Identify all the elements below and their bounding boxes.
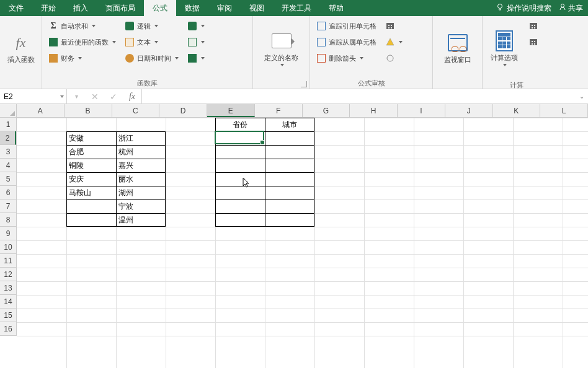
row-header-10[interactable]: 10 [0, 240, 16, 254]
calc-options-label: 计算选项 [491, 53, 518, 63]
calc-sheet-button[interactable] [526, 35, 541, 50]
trace-precedents-button[interactable]: 追踪引用单元格 [314, 19, 379, 33]
menu-tab-8[interactable]: 开发工具 [273, 0, 320, 16]
cancel-button[interactable]: ✕ [86, 89, 104, 104]
cell-C4[interactable]: 嘉兴 [116, 159, 166, 172]
row-header-2[interactable]: 2 [0, 131, 16, 145]
dialog-launcher-icon[interactable] [301, 81, 307, 87]
calc-options-button[interactable]: 计算选项 [486, 19, 522, 77]
show-formulas-button[interactable] [383, 19, 405, 33]
formula-bar-row: E2 ▾ ✕ ✓ fx ⌄ [0, 89, 588, 104]
col-header-B[interactable]: B [65, 104, 112, 117]
col-header-L[interactable]: L [540, 104, 588, 117]
select-all-button[interactable] [0, 104, 17, 118]
calculator-icon [496, 30, 513, 51]
error-checking-button[interactable] [383, 35, 405, 50]
row-header-11[interactable]: 11 [0, 254, 16, 268]
name-box[interactable]: E2 [0, 89, 67, 103]
chevron-down-icon [503, 64, 507, 66]
logical-button[interactable]: 逻辑 [122, 19, 181, 33]
recent-functions-button[interactable]: 最近使用的函数 [46, 35, 118, 50]
row-header-8[interactable]: 8 [0, 213, 16, 227]
row-header-15[interactable]: 15 [0, 309, 16, 322]
datetime-button[interactable]: 日期和时间 [122, 51, 181, 66]
watch-window-icon [448, 34, 468, 51]
cell-C3[interactable]: 杭州 [116, 145, 166, 159]
menu-tab-9[interactable]: 帮助 [320, 0, 352, 16]
row-header-16[interactable]: 16 [0, 322, 16, 336]
watch-window-button[interactable]: 监视窗口 [438, 19, 478, 77]
define-names-button[interactable]: 定义的名称 [262, 19, 301, 77]
col-header-J[interactable]: J [445, 104, 493, 117]
col-header-D[interactable]: D [159, 104, 207, 117]
more-icon [187, 53, 197, 63]
text-button[interactable]: 文本 [122, 35, 181, 50]
cell-B6[interactable]: 马鞍山 [66, 186, 116, 199]
math-button[interactable] [185, 35, 207, 50]
calc-now-button[interactable] [526, 19, 541, 33]
cell-C6[interactable]: 湖州 [116, 186, 166, 199]
enter-button[interactable]: ✓ [104, 89, 123, 104]
cells-container[interactable]: 安徽浙江合肥杭州铜陵嘉兴安庆丽水马鞍山湖州宁波温州省份城市 [17, 118, 588, 368]
row-header-3[interactable]: 3 [0, 145, 16, 159]
row-header-13[interactable]: 13 [0, 281, 16, 295]
menu-tab-2[interactable]: 插入 [65, 0, 97, 16]
cell-B2[interactable]: 安徽 [66, 131, 116, 145]
col-header-I[interactable]: I [398, 104, 445, 117]
cell-C7[interactable]: 宁波 [116, 199, 166, 213]
functions-dropdown-button[interactable]: ▾ [67, 89, 86, 104]
menu-tab-7[interactable]: 视图 [241, 0, 273, 16]
row-header-7[interactable]: 7 [0, 199, 16, 213]
share-button[interactable]: 共享 [559, 3, 583, 14]
evaluate-formula-button[interactable] [383, 51, 405, 66]
chevron-down-icon [112, 41, 116, 43]
row-header-6[interactable]: 6 [0, 186, 16, 199]
cell-C8[interactable]: 温州 [116, 213, 166, 227]
cell-B4[interactable]: 铜陵 [66, 159, 116, 172]
expand-formula-bar-button[interactable]: ⌄ [576, 89, 588, 103]
row-header-14[interactable]: 14 [0, 295, 16, 309]
x-icon: ✕ [91, 92, 99, 102]
menu-tab-3[interactable]: 页面布局 [97, 0, 144, 16]
chevron-down-icon: ⌄ [579, 93, 584, 100]
cell-C5[interactable]: 丽水 [116, 172, 166, 186]
col-header-K[interactable]: K [493, 104, 541, 117]
more-functions-button[interactable] [185, 51, 207, 66]
financial-button[interactable]: 财务 [46, 51, 118, 66]
cell-F1[interactable]: 城市 [265, 118, 314, 131]
cell-E1[interactable]: 省份 [215, 118, 265, 131]
sigma-icon: Σ [48, 21, 58, 31]
trace-dependents-button[interactable]: 追踪从属单元格 [314, 35, 379, 50]
cell-B5[interactable]: 安庆 [66, 172, 116, 186]
ribbon: fx 插入函数 Σ自动求和 最近使用的函数 财务 逻辑 文本 日期和时间 [0, 16, 588, 89]
col-header-G[interactable]: G [303, 104, 350, 117]
row-header-9[interactable]: 9 [0, 227, 16, 240]
remove-arrows-button[interactable]: 删除箭头 [314, 51, 379, 66]
menu-tab-5[interactable]: 数据 [176, 0, 208, 16]
menu-tab-1[interactable]: 开始 [32, 0, 65, 16]
insert-function-button[interactable]: fx 插入函数 [4, 19, 38, 77]
person-icon [559, 4, 568, 12]
spreadsheet-grid[interactable]: ABCDEFGHIJKL 12345678910111213141516 安徽浙… [0, 104, 588, 368]
tag-icon [272, 33, 292, 48]
cell-B3[interactable]: 合肥 [66, 145, 116, 159]
col-header-E[interactable]: E [207, 104, 255, 117]
define-names-label: 定义的名称 [264, 53, 298, 63]
col-header-A[interactable]: A [17, 104, 65, 117]
row-header-5[interactable]: 5 [0, 172, 16, 186]
cell-C2[interactable]: 浙江 [116, 131, 166, 145]
row-header-4[interactable]: 4 [0, 159, 16, 172]
col-header-F[interactable]: F [255, 104, 303, 117]
menu-tab-6[interactable]: 审阅 [208, 0, 241, 16]
menu-tab-0[interactable]: 文件 [0, 0, 32, 16]
tell-me-search[interactable]: 操作说明搜索 [496, 3, 551, 14]
insert-function-small-button[interactable]: fx [123, 89, 141, 104]
col-header-H[interactable]: H [350, 104, 398, 117]
col-header-C[interactable]: C [112, 104, 160, 117]
row-header-12[interactable]: 12 [0, 268, 16, 281]
row-header-1[interactable]: 1 [0, 118, 16, 131]
lookup-button[interactable] [185, 19, 207, 33]
formula-input[interactable] [142, 89, 576, 103]
autosum-button[interactable]: Σ自动求和 [46, 19, 118, 33]
menu-tab-4[interactable]: 公式 [144, 0, 176, 16]
